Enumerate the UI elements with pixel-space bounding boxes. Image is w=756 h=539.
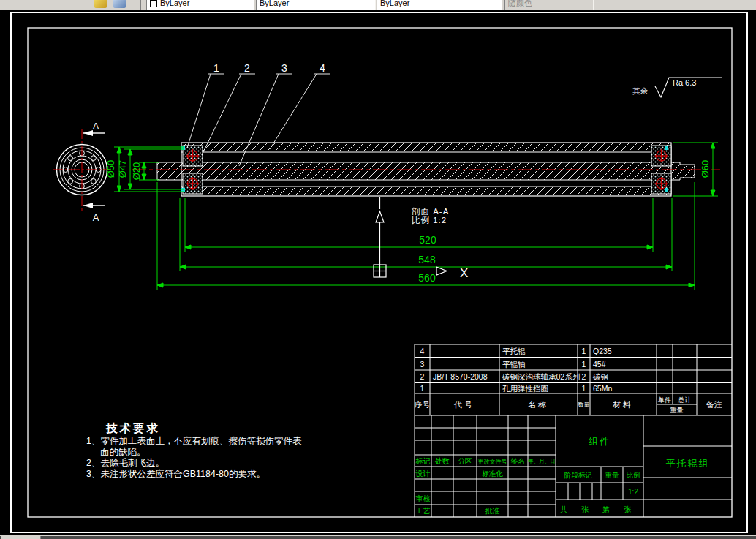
balloon-4: 4 [320,62,325,74]
roller-section-view [132,143,720,196]
color-swatch [150,0,157,7]
linetype-control-value: ByLayer [260,0,289,7]
balloon-3: 3 [281,62,287,74]
balloon-2: 2 [244,62,250,74]
tech-req-line1: 1、零件加工表面上，不应有划痕、擦伤等损伤零件表 [86,436,302,446]
ucs-x-label: X [460,266,468,280]
linetype-control-combo[interactable]: ByLayer [256,0,376,10]
tube-top-wall-hatch [182,143,670,151]
tech-req-title: 技术要求 [105,422,160,434]
roughness-value: Ra 6.3 [673,78,696,87]
tb-sheet-zhang2: 张 [624,505,631,513]
ucs-y-arrow [376,211,384,222]
tech-req-line3: 2、去除毛刺飞边。 [86,458,165,468]
part-seq: 1 [420,384,425,393]
section-cut-marks: A A [83,121,105,223]
part-name: 平托辊 [502,347,526,355]
parts-header-name: 名称 [528,400,548,409]
table-row: 4 平托辊 1 Q235 [420,347,612,355]
part-qty: 1 [582,384,586,393]
table-row: 3 平辊轴 1 45# [420,360,606,369]
tb-sheet-zhang1: 张 [581,505,589,513]
table-row: 1 孔用弹性挡圈 1 65Mn [420,384,613,393]
dim-520-label: 520 [419,234,436,246]
shaft-end-hatch [680,165,695,178]
tb-zone: 分区 [458,457,472,465]
tb-scale: 比例 [627,471,640,479]
end-view-centerlines [53,129,111,211]
parts-table-header: 序号 代号 名称 数量 材料 单件 总计 重量 备注 [415,396,723,414]
parts-header-material: 材料 [613,400,633,409]
tb-drawing-title: 平托辊组 [666,458,710,469]
tech-req-line4: 3、未注形状公差应符合GB1184-80的要求。 [86,469,265,479]
parts-header-qty: 数量 [578,402,590,408]
parts-header-remark: 备注 [706,400,722,409]
tech-req-line2: 面的缺陷。 [100,447,146,457]
title-block-labels: 标记 处数 分区 更改文件号 签名 年、月、日 设计 标准化 审核 工艺 批准 … [415,436,710,515]
part-seq: 4 [420,347,425,355]
parts-header-weight: 重量 [670,407,684,414]
surface-roughness: 其余 Ra 6.3 [632,78,722,97]
part-qty: 2 [582,372,586,381]
color-control-value: ByLayer [160,0,189,7]
part-material: Q235 [593,347,612,355]
parts-table-rows: 4 平托辊 1 Q235 3 平辊轴 1 45# 2 JB/T 8570-200… [420,347,613,393]
part-name: 平辊轴 [502,360,526,369]
dim-548-label: 548 [418,254,436,265]
section-mark-a-top: A [93,121,99,132]
tb-stage: 阶段标记 [564,471,592,479]
tb-process: 工艺 [416,507,431,515]
tb-sheet-total: 共 [560,505,567,513]
tb-scale-value: 1:2 [628,488,638,496]
parts-header-code: 代号 [453,400,475,409]
part-qty: 1 [582,347,586,355]
table-row: 2 JB/T 8570-2008 碳钢深沟球轴承02系列 2 碳钢 [420,372,608,381]
dim-d20-label: Ø20 [131,162,142,181]
part-qty: 1 [582,360,586,369]
part-seq: 3 [420,360,425,369]
lineweight-control-combo[interactable]: ByLayer [377,0,502,10]
parts-header-total: 总计 [678,396,692,404]
lineweight-control-value: ByLayer [380,0,409,7]
technical-requirements: 技术要求 1、零件加工表面上，不应有划痕、擦伤等损伤零件表 面的缺陷。 2、去除… [86,422,302,479]
tb-sheet-no: 第 [602,505,610,513]
part-name: 碳钢深沟球轴承02系列 [502,372,580,381]
section-scale-label: 比例 1:2 [412,216,447,225]
tube-bottom-wall-hatch [182,187,670,195]
layer-previous-icon[interactable] [113,0,126,8]
part-material: 65Mn [593,384,612,393]
ucs-x-arrow [436,267,447,275]
section-arrow-bottom [83,203,93,208]
color-control-combo[interactable]: ByLayer [146,0,254,10]
tb-audit: 审核 [416,494,431,502]
dim-d60-label: Ø60 [700,160,711,178]
tb-sign: 签名 [511,457,526,465]
balloon-1: 1 [213,62,219,74]
properties-toolbar: ByLayer ByLayer ByLayer 随颜色 [0,0,756,10]
tb-design: 设计 [415,470,431,478]
dim-560-label: 560 [418,272,436,284]
section-mark-a-bottom: A [93,212,99,223]
part-code: JB/T 8570-2008 [433,372,488,381]
section-arrow-top [83,130,93,136]
part-material: 碳钢 [592,372,608,381]
model-tab-edge[interactable] [1,536,41,539]
cad-drawing-canvas[interactable]: A A [0,0,756,539]
parts-header-unit: 单件 [658,396,671,404]
section-view-label: 剖面 A-A [412,207,449,216]
tb-mark: 标记 [415,457,431,465]
make-layer-current-icon[interactable] [94,0,107,8]
dim-d50-label: Ø50 [105,160,116,178]
plotstyle-control-combo[interactable]: 随颜色 [504,0,594,10]
parts-header-seq: 序号 [415,400,431,409]
dim-d47-label: Ø47 [117,160,128,178]
tb-count: 处数 [435,457,450,465]
shaft-hatch [157,162,680,180]
tb-date: 年、月、日 [527,458,556,464]
part-material: 45# [593,360,606,369]
command-window-edge [0,535,756,539]
tb-assembly: 组件 [589,436,611,447]
tb-change-doc: 更改文件号 [478,459,507,465]
tb-weight: 重量 [605,471,620,479]
plotstyle-control-value: 随颜色 [508,0,532,7]
